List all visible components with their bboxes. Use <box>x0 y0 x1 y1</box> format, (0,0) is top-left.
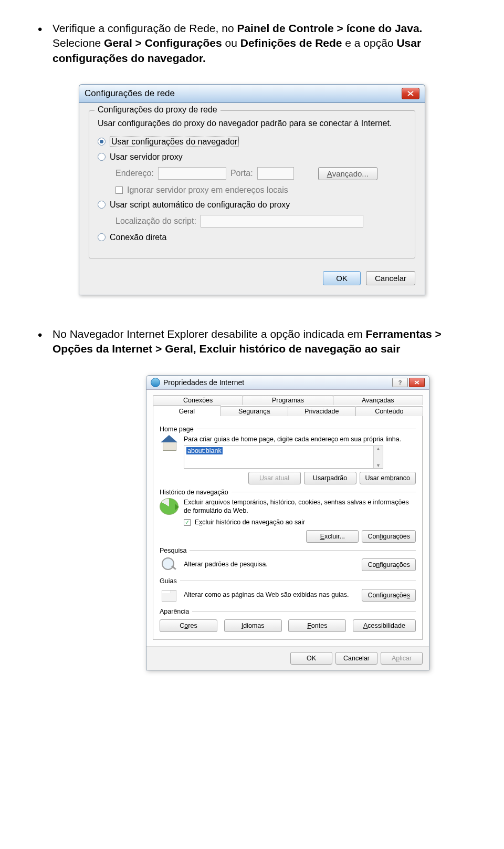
close-button[interactable] <box>402 88 419 99</box>
address-input[interactable] <box>158 167 226 180</box>
tab-row-back: Conexões Programas Avançadas <box>153 394 423 405</box>
radio-icon <box>98 153 106 161</box>
delete-button[interactable]: Excluir... <box>306 530 359 543</box>
bullet-1: Verifique a configuração de Rede, no Pai… <box>52 21 472 66</box>
help-button[interactable]: ? <box>392 378 408 387</box>
use-default-button[interactable]: Usar padrão <box>304 472 356 484</box>
section-appearance: Aparência <box>160 608 416 615</box>
proxy-inputs-row: Endereço: Porta: Avançado... <box>116 167 406 180</box>
accessibility-button[interactable]: Acessibilidade <box>353 619 416 632</box>
tab-geral[interactable]: Geral <box>153 405 221 416</box>
radio-use-browser[interactable]: Usar configurações do navegador <box>98 137 406 147</box>
tab-conexoes[interactable]: Conexões <box>153 395 243 405</box>
dialog-body: Configurações do proxy de rede Usar conf… <box>79 103 425 295</box>
bullet-text: e a opção <box>342 37 397 49</box>
tabs-settings-button[interactable]: Configurações <box>362 589 416 602</box>
section-label: Histórico de navegação <box>160 489 228 496</box>
divider <box>192 611 416 612</box>
ignore-local-checkbox-row[interactable]: Ignorar servidor proxy em endereços loca… <box>116 185 406 195</box>
search-settings-button[interactable]: Configurações <box>362 558 416 571</box>
button-label: OK <box>336 274 348 283</box>
tabs-icon <box>160 587 178 604</box>
section-label: Aparência <box>160 608 189 615</box>
tabs-row: Alterar como as páginas da Web são exibi… <box>160 587 416 604</box>
section-label: Guias <box>160 577 177 585</box>
tab-avancadas[interactable]: Avançadas <box>333 395 423 405</box>
internet-icon <box>151 378 160 387</box>
use-current-button[interactable]: Usar atual <box>248 472 301 484</box>
home-icon <box>160 435 178 452</box>
history-buttons: Excluir... Configurações <box>160 530 416 543</box>
button-label: OK <box>307 655 316 662</box>
close-icon <box>407 91 414 96</box>
apply-button[interactable]: Aplicar <box>381 652 423 665</box>
ok-button[interactable]: OK <box>323 271 361 285</box>
radio-auto-script[interactable]: Usar script automático de configuração d… <box>98 200 406 210</box>
radio-icon <box>98 138 106 146</box>
bullet-text: No Navegador Internet Explorer desabilit… <box>52 328 366 340</box>
titlebar-buttons: ? <box>392 378 425 387</box>
home-page-input[interactable]: about:blank ▲▼ <box>184 446 383 469</box>
script-location-label: Localização do script: <box>116 216 196 226</box>
fonts-button[interactable]: Fontes <box>288 619 346 632</box>
ok-button[interactable]: OK <box>290 652 332 665</box>
tab-programas[interactable]: Programas <box>243 395 333 405</box>
section-search: Pesquisa <box>160 547 416 554</box>
scrollbar[interactable]: ▲▼ <box>373 446 383 468</box>
radio-label: Usar servidor proxy <box>110 152 183 162</box>
radio-label: Usar configurações do navegador <box>110 137 239 147</box>
tab-content-geral: Home page Para criar guias de home page,… <box>153 416 423 640</box>
use-blank-button[interactable]: Usar em branco <box>360 472 416 484</box>
search-text: Alterar padrões de pesquisa. <box>184 560 356 568</box>
divider <box>180 581 416 581</box>
tab-label: Avançadas <box>362 397 394 404</box>
section-history: Histórico de navegação <box>160 489 416 496</box>
tab-label: Privacidade <box>304 408 339 415</box>
instruction-list-2: No Navegador Internet Explorer desabilit… <box>32 327 472 357</box>
dialog-title: Configurações de rede <box>85 88 175 99</box>
tab-label: Geral <box>178 408 195 415</box>
button-label: Cancelar <box>375 274 406 283</box>
button-label: Cancelar <box>343 655 370 662</box>
close-button[interactable] <box>409 378 425 387</box>
divider <box>197 429 416 429</box>
internet-properties-dialog: Propriedades de Internet ? Conexões Prog… <box>146 375 429 670</box>
group-description: Usar configurações do proxy do navegador… <box>98 118 406 129</box>
languages-button[interactable]: Idiomas <box>224 619 282 632</box>
checkbox-label: Excluir histórico de navegação ao sair <box>195 519 306 526</box>
cancel-button[interactable]: Cancelar <box>366 271 415 285</box>
radio-direct-connection[interactable]: Conexão direta <box>98 233 406 242</box>
script-location-input[interactable] <box>201 215 363 227</box>
radio-label: Usar script automático de configuração d… <box>110 200 290 210</box>
divider <box>232 492 416 492</box>
colors-button[interactable]: Cores <box>160 619 217 632</box>
settings-button[interactable]: Configurações <box>362 530 416 543</box>
tab-label: Conexões <box>183 397 213 404</box>
port-input[interactable] <box>257 167 294 180</box>
tab-row-front: Geral Segurança Privacidade Conteúdo <box>153 405 423 416</box>
button-label: A <box>327 169 332 178</box>
cancel-button[interactable]: Cancelar <box>335 652 377 665</box>
tab-label: Segurança <box>238 408 270 415</box>
home-page-value: about:blank <box>186 447 223 454</box>
instruction-list: Verifique a configuração de Rede, no Pai… <box>32 21 472 66</box>
radio-use-proxy[interactable]: Usar servidor proxy <box>98 152 406 162</box>
bullet-bold: Painel de Controle > ícone do Java. <box>237 22 422 34</box>
button-label: Aplicar <box>392 655 412 662</box>
address-label: Endereço: <box>116 169 154 178</box>
close-icon <box>414 380 419 385</box>
exit-delete-checkbox-row[interactable]: ✓ Excluir histórico de navegação ao sair <box>184 518 416 526</box>
bullet-2: No Navegador Internet Explorer desabilit… <box>52 327 472 357</box>
tab-privacidade[interactable]: Privacidade <box>288 406 356 416</box>
tab-seguranca[interactable]: Segurança <box>220 406 289 416</box>
tab-label: Programas <box>272 397 304 404</box>
advanced-button[interactable]: Avançado... <box>318 167 377 180</box>
dialog-footer: OK Cancelar <box>89 266 415 285</box>
proxy-groupbox: Configurações do proxy de rede Usar conf… <box>89 110 415 258</box>
button-label-rest: vançado... <box>332 169 369 178</box>
group-legend: Configurações do proxy de rede <box>94 105 220 115</box>
checkbox-icon: ✓ <box>184 519 191 526</box>
tabs-text: Alterar como as páginas da Web são exibi… <box>184 591 356 599</box>
tab-conteudo[interactable]: Conteúdo <box>355 406 424 416</box>
appearance-buttons: Cores Idiomas Fontes Acessibilidade <box>160 619 416 632</box>
